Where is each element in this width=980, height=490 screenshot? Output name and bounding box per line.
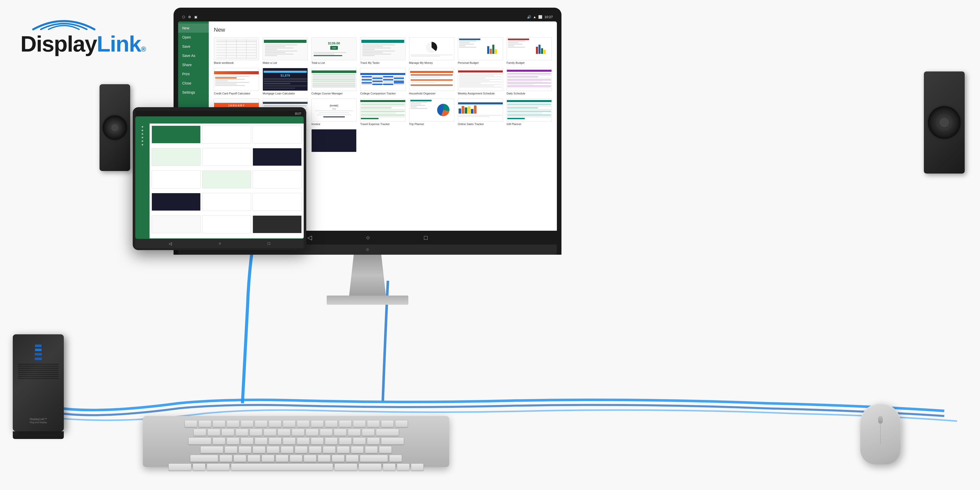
dock-port-4[interactable] xyxy=(35,358,42,360)
template-daily-schedule[interactable]: Daily Schedule xyxy=(507,68,552,95)
key-l[interactable] xyxy=(337,446,350,453)
tablet-thumb[interactable] xyxy=(151,193,200,211)
key-left-arrow[interactable] xyxy=(383,463,396,471)
back-button[interactable]: ◁ xyxy=(307,234,312,241)
key-c[interactable] xyxy=(248,455,260,462)
key-down-arrow[interactable] xyxy=(397,463,410,471)
key-shift-r[interactable] xyxy=(360,455,388,462)
key-bracket-l[interactable] xyxy=(353,438,366,445)
key-m[interactable] xyxy=(304,455,317,462)
key-ctrl-l[interactable] xyxy=(169,463,191,471)
tablet-thumb[interactable] xyxy=(151,170,200,188)
key-r[interactable] xyxy=(255,438,267,445)
key-up-arrow[interactable] xyxy=(389,455,402,462)
key-w[interactable] xyxy=(227,438,239,445)
key-f3[interactable] xyxy=(227,420,239,427)
template-blank-workbook[interactable]: Blank workbook xyxy=(214,37,259,64)
key-period[interactable] xyxy=(332,455,345,462)
key-backspace[interactable] xyxy=(376,429,399,436)
sidebar-item-settings[interactable]: Settings xyxy=(178,88,209,97)
key-f12[interactable] xyxy=(353,420,366,427)
key-shift-l[interactable] xyxy=(190,455,218,462)
template-row4c[interactable] xyxy=(311,129,356,153)
key-alt-l[interactable] xyxy=(207,463,230,471)
key-slash[interactable] xyxy=(346,455,359,462)
key-k[interactable] xyxy=(323,446,336,453)
key-backslash[interactable] xyxy=(379,446,392,453)
key-enter[interactable] xyxy=(381,438,404,445)
key-g[interactable] xyxy=(281,446,293,453)
key-f5[interactable] xyxy=(255,420,267,427)
tablet-thumb[interactable] xyxy=(202,126,251,143)
mouse-scroll-wheel[interactable] xyxy=(878,416,883,424)
key-5[interactable] xyxy=(264,429,277,436)
template-weekly-assign[interactable]: Weekly Assignment Schedule xyxy=(458,68,503,95)
key-v[interactable] xyxy=(262,455,274,462)
key-e[interactable] xyxy=(241,438,253,445)
template-travel-expense[interactable]: Travel Expense Tracker xyxy=(360,99,405,126)
sidebar-item-open[interactable]: Open xyxy=(178,33,209,42)
key-alt-r[interactable] xyxy=(334,463,357,471)
key-n[interactable] xyxy=(290,455,302,462)
key-b[interactable] xyxy=(275,455,288,462)
mouse-body[interactable] xyxy=(860,403,901,465)
key-f6[interactable] xyxy=(269,420,282,427)
template-total-list[interactable]: $139.00 Add Total a List xyxy=(311,37,356,64)
tablet-thumb[interactable] xyxy=(151,215,200,233)
tablet-back-btn[interactable]: ◁ xyxy=(169,241,172,246)
recents-button[interactable]: □ xyxy=(424,234,428,241)
tablet-home-btn[interactable]: ○ xyxy=(218,241,221,246)
key-o[interactable] xyxy=(325,438,338,445)
key-f11[interactable] xyxy=(339,420,352,427)
template-invoice[interactable]: [NAME] Total Invoice xyxy=(311,99,356,126)
key-f[interactable] xyxy=(267,446,280,453)
key-minus[interactable] xyxy=(348,429,361,436)
tablet-thumb[interactable] xyxy=(253,126,302,143)
tablet-thumb[interactable] xyxy=(253,170,302,188)
key-y[interactable] xyxy=(283,438,296,445)
key-tilde[interactable] xyxy=(193,429,206,436)
key-1[interactable] xyxy=(207,429,220,436)
key-f4[interactable] xyxy=(241,420,253,427)
key-3[interactable] xyxy=(235,429,248,436)
key-end[interactable] xyxy=(395,420,408,427)
key-caps[interactable] xyxy=(200,446,223,453)
template-college-course[interactable]: College Course Manager xyxy=(311,68,356,95)
key-s[interactable] xyxy=(239,446,251,453)
tablet-thumb[interactable] xyxy=(253,193,302,211)
key-win[interactable] xyxy=(192,463,205,471)
dock-port-3[interactable] xyxy=(35,353,42,355)
key-p[interactable] xyxy=(339,438,352,445)
key-semicolon[interactable] xyxy=(351,446,364,453)
key-f2[interactable] xyxy=(213,420,225,427)
sidebar-item-saveas[interactable]: Save As xyxy=(178,51,209,60)
tablet-thumb[interactable] xyxy=(202,193,251,211)
template-household[interactable]: Household Organizer xyxy=(409,68,454,95)
dock-port-2[interactable] xyxy=(35,348,41,351)
dock-port-1[interactable] xyxy=(35,345,41,347)
tablet-thumb[interactable] xyxy=(202,170,251,188)
key-x[interactable] xyxy=(234,455,246,462)
key-f1[interactable] xyxy=(199,420,211,427)
template-mortgage[interactable]: $1,879 Mortgage Loan Calculator xyxy=(262,68,308,95)
key-quote[interactable] xyxy=(365,446,378,453)
key-f10[interactable] xyxy=(325,420,338,427)
template-family-budget[interactable]: Family Budget xyxy=(507,37,552,64)
key-8[interactable] xyxy=(306,429,318,436)
tablet-recents-btn[interactable]: □ xyxy=(268,241,270,246)
key-i[interactable] xyxy=(311,438,324,445)
key-esc[interactable] xyxy=(185,420,197,427)
key-7[interactable] xyxy=(292,429,304,436)
total-add-btn[interactable]: Add xyxy=(330,46,338,50)
key-tab[interactable] xyxy=(188,438,211,445)
template-trip-planner[interactable]: Trip Planner xyxy=(409,99,454,126)
sidebar-item-save[interactable]: Save xyxy=(178,42,209,51)
tablet-thumb[interactable] xyxy=(202,215,251,233)
mouse[interactable] xyxy=(858,403,904,469)
tablet-thumb[interactable] xyxy=(253,148,302,166)
key-ctrl-r[interactable] xyxy=(359,463,382,471)
sidebar-item-print[interactable]: Print xyxy=(178,69,209,79)
key-0[interactable] xyxy=(334,429,347,436)
key-comma[interactable] xyxy=(318,455,331,462)
key-t[interactable] xyxy=(269,438,282,445)
